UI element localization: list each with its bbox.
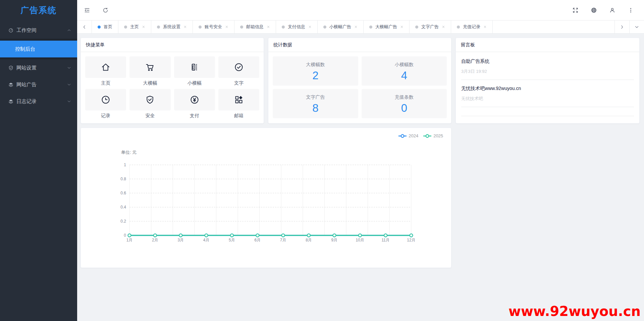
close-icon[interactable] [183, 25, 187, 29]
tab-item[interactable]: 系统设置 [151, 20, 193, 33]
refresh-icon[interactable] [102, 7, 109, 13]
quick-menu-panel: 快捷菜单 主页大横幅小横幅文字记录安全支付邮箱 [80, 38, 264, 124]
stat-label: 文字广告 [273, 94, 358, 100]
tab-label: 系统设置 [163, 24, 180, 30]
legend-label: 2024 [409, 133, 418, 138]
tabs-scroll-right-button[interactable] [614, 20, 629, 33]
tab-item[interactable]: 支付信息 [276, 20, 318, 33]
quick-menu-item[interactable]: 支付 [174, 89, 215, 119]
chevron-up-icon [67, 28, 71, 32]
chevron-left-icon [82, 25, 87, 29]
close-icon[interactable] [308, 25, 312, 29]
app-logo: 广告系统 [0, 0, 77, 20]
more-vertical-icon[interactable] [628, 7, 634, 13]
message-board-title: 留言板 [456, 38, 639, 52]
sidebar-item-label: 网站广告 [16, 82, 67, 88]
sidebar-subitem[interactable]: 控制后台 [0, 41, 77, 57]
tab-item[interactable]: 充值记录 [451, 20, 493, 33]
tab-bar: 首页主页系统设置账号安全邮箱信息支付信息小横幅广告大横幅广告文字广告充值记录 [77, 20, 644, 34]
close-icon[interactable] [354, 25, 358, 29]
stat-card: 充值条数0 [362, 89, 447, 118]
check-circle-icon [234, 62, 244, 72]
quick-menu-item[interactable]: 大横幅 [129, 56, 170, 86]
tab-spacer [493, 20, 614, 33]
tab-item[interactable]: 小横幅广告 [318, 20, 364, 33]
sidebar-item-layers[interactable]: 网站广告 [0, 76, 77, 93]
chart-legend: 20242025 [398, 133, 443, 138]
quick-menu-item[interactable]: 小横幅 [174, 56, 215, 86]
tabs-menu-button[interactable] [629, 20, 644, 33]
legend-item-2025[interactable]: 2025 [423, 133, 443, 138]
message-item: 无忧技术吧www.92wuyou.cn无忧技术吧 [461, 80, 634, 107]
svg-text:0.2: 0.2 [120, 219, 126, 224]
tab-item[interactable]: 邮箱信息 [234, 20, 276, 33]
legend-item-2024[interactable]: 2024 [398, 133, 418, 138]
quick-menu-item[interactable]: 主页 [85, 56, 126, 86]
tab-item[interactable]: 主页 [118, 20, 151, 33]
quick-menu-label: 安全 [129, 113, 170, 119]
svg-text:7月: 7月 [280, 238, 286, 242]
quick-menu-icon-box [85, 56, 126, 78]
close-icon[interactable] [267, 25, 270, 29]
yen-circle-icon [190, 95, 200, 105]
close-icon[interactable] [442, 25, 445, 29]
close-icon[interactable] [483, 25, 487, 29]
tab-item[interactable]: 文字广告 [410, 20, 451, 33]
tabs-scroll-left-button[interactable] [77, 20, 92, 33]
fullscreen-icon[interactable] [572, 7, 579, 13]
shield-check-icon [8, 65, 14, 71]
tab-status-dot [415, 26, 418, 29]
tab-label: 小横幅广告 [329, 24, 351, 30]
close-icon[interactable] [142, 25, 145, 29]
sidebar-item-dashboard[interactable]: 工作空间 [0, 22, 77, 39]
tab-label: 文字广告 [421, 24, 439, 30]
quick-menu-grid: 主页大横幅小横幅文字记录安全支付邮箱 [81, 52, 264, 123]
svg-text:3月: 3月 [177, 238, 184, 242]
content-area: 快捷菜单 主页大横幅小横幅文字记录安全支付邮箱 统计数据 大横幅数2小横幅数4文… [77, 34, 644, 321]
sidebar-item-shield-check[interactable]: 网站设置 [0, 59, 77, 76]
quick-menu-label: 主页 [85, 80, 126, 86]
quick-menu-item[interactable]: 记录 [85, 89, 126, 119]
stat-label: 小横幅数 [362, 62, 447, 68]
layers-icon [8, 99, 14, 104]
tab-label: 充值记录 [463, 24, 480, 30]
user-icon[interactable] [609, 7, 615, 13]
menu-fold-icon[interactable] [84, 7, 90, 13]
dashboard-icon [8, 28, 14, 33]
close-icon[interactable] [400, 25, 404, 29]
tab-item[interactable]: 首页 [92, 20, 118, 33]
quick-menu-label: 文字 [218, 80, 259, 86]
quick-menu-icon-box [129, 89, 170, 110]
svg-text:1: 1 [124, 163, 126, 167]
revenue-chart-panel: 00.20.40.60.811月2月3月4月5月6月7月8月9月10月11月12… [80, 128, 451, 268]
chevron-down-icon [67, 83, 71, 87]
message-board-panel: 留言板 自助广告系统3月3日 19:92无忧技术吧www.92wuyou.cn无… [455, 38, 640, 124]
tab-item[interactable]: 大横幅广告 [364, 20, 410, 33]
main-area: 首页主页系统设置账号安全邮箱信息支付信息小横幅广告大横幅广告文字广告充值记录 快… [77, 0, 644, 321]
tab-label: 支付信息 [288, 24, 305, 30]
topbar-left-icons [84, 7, 109, 13]
tab-label: 邮箱信息 [246, 24, 264, 30]
svg-text:9月: 9月 [331, 238, 338, 242]
tab-status-dot [369, 26, 372, 29]
quick-menu-label: 记录 [85, 113, 126, 119]
close-icon[interactable] [225, 25, 228, 29]
content-left-column: 快捷菜单 主页大横幅小横幅文字记录安全支付邮箱 统计数据 大横幅数2小横幅数4文… [80, 38, 451, 321]
stat-card: 大横幅数2 [273, 56, 358, 86]
svg-text:10月: 10月 [356, 238, 364, 242]
globe-icon[interactable] [591, 7, 597, 13]
tab-status-dot [457, 26, 460, 29]
quick-menu-item[interactable]: 文字 [218, 56, 259, 86]
sidebar-menu: 工作空间控制后台网站设置网站广告日志记录 [0, 20, 77, 110]
tab-status-dot [124, 26, 127, 29]
quick-menu-label: 小横幅 [174, 80, 215, 86]
quick-menu-icon-box [218, 56, 259, 78]
tab-item[interactable]: 账号安全 [193, 20, 234, 33]
chevron-right-icon [620, 25, 624, 29]
sidebar-item-layers[interactable]: 日志记录 [0, 93, 77, 110]
chart-unit-label: 单位: 元 [121, 149, 137, 155]
quick-menu-item[interactable]: 安全 [129, 89, 170, 119]
quick-menu-icon-box [129, 56, 170, 78]
quick-menu-item[interactable]: 邮箱 [218, 89, 259, 119]
tab-status-dot [240, 26, 243, 29]
